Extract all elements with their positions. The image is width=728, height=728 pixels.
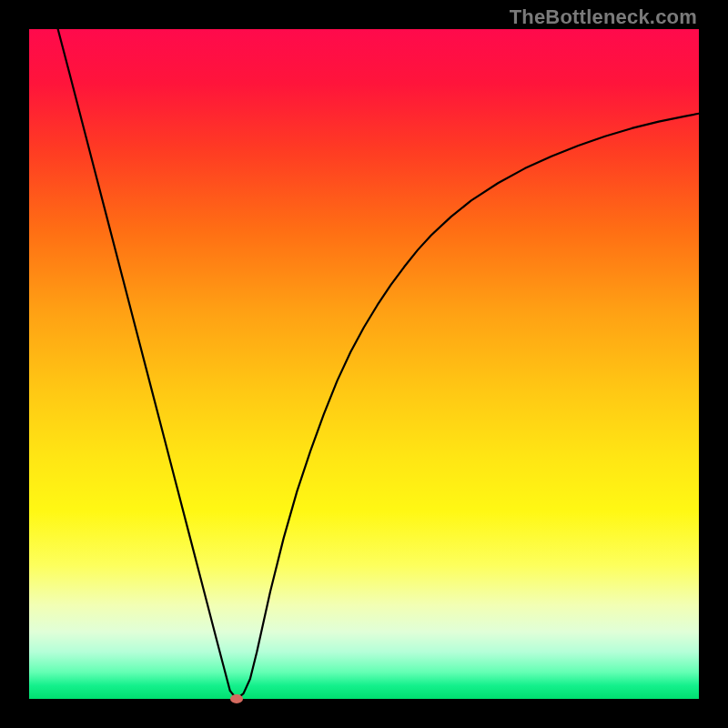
- minimum-marker: [230, 694, 243, 703]
- chart-container: TheBottleneck.com: [0, 0, 728, 728]
- plot-area: [29, 29, 699, 699]
- watermark-text: TheBottleneck.com: [510, 5, 697, 29]
- curve-svg: [29, 29, 699, 699]
- bottleneck-curve: [58, 29, 699, 699]
